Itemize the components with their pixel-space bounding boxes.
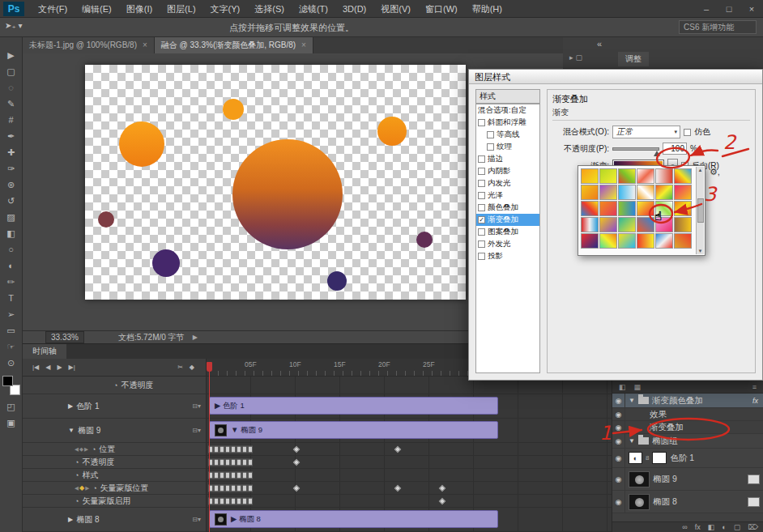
maximize-button[interactable]: □: [718, 0, 740, 18]
gradient-preset-10[interactable]: [637, 185, 654, 200]
gradient-preset-25[interactable]: [581, 233, 599, 249]
keyframe-nav-prev-icon[interactable]: ◀: [75, 446, 79, 453]
layers-header-icon-2[interactable]: ≡: [752, 383, 757, 391]
style-checkbox[interactable]: [478, 119, 485, 126]
timeline-track-label[interactable]: ◀◆▶◔位置: [23, 443, 207, 456]
keyframe-cluster[interactable]: [208, 484, 253, 492]
timeline-playhead[interactable]: [209, 362, 210, 532]
gradient-preset-18[interactable]: [674, 201, 692, 216]
zoom-tool[interactable]: ⊙: [2, 355, 21, 371]
style-checkbox[interactable]: [478, 180, 485, 187]
style-checkbox[interactable]: [478, 192, 485, 199]
layers-header-icon-0[interactable]: ◧: [619, 383, 626, 391]
status-arrow-icon[interactable]: ▶: [193, 334, 198, 341]
timeline-track-label[interactable]: ◔不透明度: [23, 377, 207, 394]
menu-item-9[interactable]: 窗口(W): [418, 0, 465, 18]
style-item-4[interactable]: 描边: [476, 153, 539, 165]
style-checkbox[interactable]: [487, 143, 494, 151]
duration-bar[interactable]: ▶ 色阶 1: [209, 397, 498, 415]
keyframe-diamond[interactable]: [293, 484, 300, 491]
picker-gear-icon[interactable]: ⚙,: [710, 167, 720, 177]
menu-item-8[interactable]: 视图(V): [373, 0, 418, 18]
crop-tool[interactable]: #: [2, 112, 21, 128]
picker-scrollbar[interactable]: ▲▼: [696, 167, 704, 254]
healing-brush-tool[interactable]: ✚: [2, 144, 21, 160]
stopwatch-icon[interactable]: ◔: [75, 458, 79, 466]
track-options-icon[interactable]: ⊟▾: [192, 402, 201, 410]
style-checkbox[interactable]: [478, 204, 485, 211]
layer-row-3[interactable]: ◉▼椭圆组: [612, 434, 763, 449]
dialog-title[interactable]: 图层样式: [469, 70, 762, 84]
pen-tool[interactable]: ✏: [2, 274, 21, 290]
timeline-lane[interactable]: ▶ 椭圆 8: [207, 508, 612, 532]
expander-icon[interactable]: ▼: [629, 437, 635, 445]
gradient-preset-11[interactable]: [655, 185, 673, 200]
visibility-eye-icon[interactable]: ◉: [612, 408, 625, 420]
keyframe-nav-next-icon[interactable]: ▶: [85, 485, 89, 492]
layer-row-6[interactable]: ◉椭圆 8: [612, 491, 763, 513]
opacity-slider[interactable]: [612, 147, 659, 151]
prev-frame-button[interactable]: ◀: [42, 364, 53, 371]
blur-tool[interactable]: ○: [2, 241, 21, 257]
expander-icon[interactable]: ▶: [68, 516, 73, 523]
document-tab-2[interactable]: 融合 @ 33.3%(渐变颜色叠加, RGB/8)×: [155, 37, 313, 53]
path-select-tool[interactable]: ➢: [2, 306, 21, 322]
menu-item-1[interactable]: 编辑(E): [75, 0, 119, 18]
gradient-preset-29[interactable]: [655, 233, 673, 249]
circle-large-center[interactable]: [232, 139, 343, 249]
marquee-tool[interactable]: ▢: [2, 63, 21, 79]
layers-footer-icon-5[interactable]: ⌦: [748, 523, 758, 531]
style-checkbox[interactable]: [478, 240, 485, 248]
gradient-preset-30[interactable]: [674, 233, 692, 249]
scroll-up-icon[interactable]: ▲: [698, 168, 703, 172]
keyframe-cluster[interactable]: [208, 445, 253, 453]
style-item-12[interactable]: 投影: [476, 250, 539, 262]
keyframe-diamond[interactable]: [439, 497, 445, 504]
eyedropper-tool[interactable]: ✒: [2, 128, 21, 144]
lasso-tool[interactable]: ◌: [2, 79, 21, 96]
hand-tool[interactable]: ☞: [2, 338, 21, 355]
layer-row-0[interactable]: ◉▼渐变颜色叠加fx: [612, 394, 763, 408]
timeline-lane[interactable]: [207, 482, 612, 495]
layers-footer-icon-2[interactable]: ◧: [708, 523, 715, 531]
style-checkbox[interactable]: [487, 131, 494, 138]
layers-footer-icon-1[interactable]: fx: [695, 523, 701, 531]
timeline-lane[interactable]: [207, 469, 612, 482]
collapse-panels-icon[interactable]: «: [597, 39, 602, 49]
visibility-eye-icon[interactable]: ◉: [612, 449, 625, 467]
gradient-preset-4[interactable]: [637, 168, 654, 184]
stopwatch-icon[interactable]: ◔: [92, 445, 96, 453]
expander-icon[interactable]: ▼: [629, 397, 635, 404]
style-item-2[interactable]: 等高线: [476, 129, 539, 141]
gradient-preset-17[interactable]: [655, 201, 673, 216]
keyframe-cluster[interactable]: [208, 471, 253, 479]
timeline-lane[interactable]: ▶ 色阶 1: [207, 394, 612, 419]
circle-plum-right[interactable]: [416, 232, 433, 248]
gradient-preset-9[interactable]: [618, 185, 636, 200]
layers-footer-icon-0[interactable]: ∞: [682, 523, 687, 531]
quick-mask-button[interactable]: ◰: [2, 398, 21, 415]
keyframe-diamond[interactable]: [293, 445, 300, 452]
gradient-preset-3[interactable]: [618, 168, 636, 184]
gradient-preset-1[interactable]: [581, 168, 599, 184]
keyframe-diamond[interactable]: [394, 484, 401, 491]
keyframe-diamond[interactable]: [394, 445, 401, 452]
gradient-preset-13[interactable]: [581, 201, 599, 216]
keyframe-nav-add-icon[interactable]: ◆: [79, 446, 83, 453]
document-tab-1[interactable]: 未标题-1.jpg @ 100%(RGB/8)×: [23, 37, 155, 53]
gradient-preset-14[interactable]: [599, 201, 617, 216]
shape-tool[interactable]: ▭: [2, 322, 21, 338]
play-button[interactable]: ▶: [53, 364, 65, 371]
gradient-preset-20[interactable]: [599, 217, 617, 232]
clone-stamp-tool[interactable]: ⊛: [2, 177, 21, 193]
gradient-tool[interactable]: ◧: [2, 225, 21, 241]
gradient-preset-5[interactable]: [655, 168, 673, 184]
keyframe-diamond[interactable]: [293, 458, 300, 465]
tool-preset-icon[interactable]: ➤₊ ▾: [5, 21, 22, 30]
scroll-down-icon[interactable]: ▼: [698, 249, 703, 253]
zoom-level[interactable]: 33.33%: [45, 331, 84, 343]
dodge-tool[interactable]: ◐: [2, 257, 21, 274]
opacity-value[interactable]: 100: [663, 143, 687, 155]
style-checkbox[interactable]: [478, 228, 485, 236]
gradient-preset-22[interactable]: [637, 217, 654, 232]
